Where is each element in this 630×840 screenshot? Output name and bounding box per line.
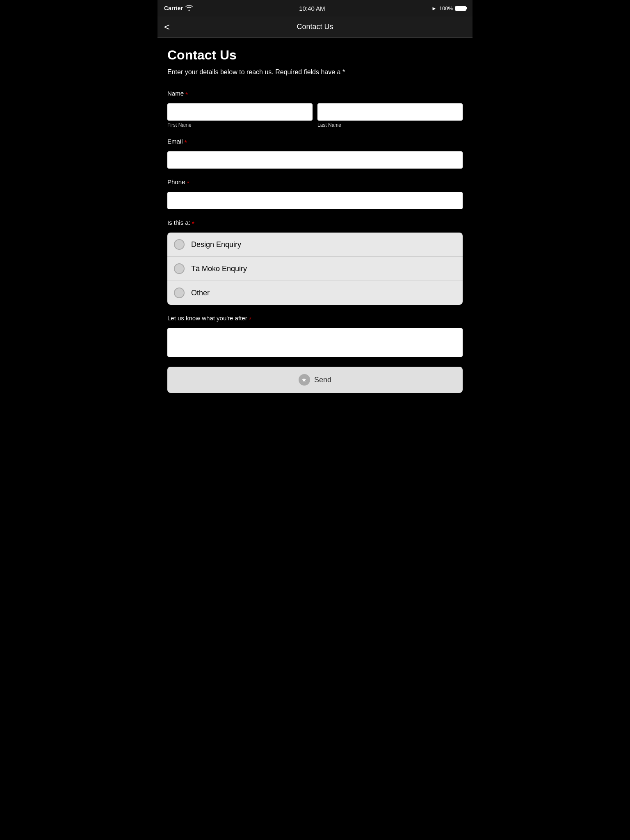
radio-group: Design Enquiry Tā Moko Enquiry Other (167, 233, 463, 305)
name-group: Name * First Name Last Name (167, 90, 463, 128)
radio-label-design: Design Enquiry (191, 240, 241, 249)
nav-title: Contact Us (297, 23, 333, 31)
radio-ta-moko-enquiry[interactable]: Tā Moko Enquiry (167, 257, 463, 281)
status-time: 10:40 AM (299, 5, 325, 12)
radio-label-ta-moko: Tā Moko Enquiry (191, 265, 247, 273)
main-content: Contact Us Enter your details below to r… (158, 38, 472, 403)
send-button[interactable]: ★ Send (167, 367, 463, 393)
phone-required-star: * (187, 180, 189, 187)
star-icon: ★ (301, 377, 307, 383)
last-name-col: Last Name (317, 103, 463, 128)
first-name-sublabel: First Name (167, 122, 313, 128)
name-label: Name (167, 90, 184, 97)
radio-circle-other (174, 288, 185, 298)
nav-bar: < Contact Us (158, 16, 472, 38)
first-name-input[interactable] (167, 103, 313, 121)
email-group: Email * (167, 138, 463, 169)
send-button-label: Send (314, 376, 331, 384)
name-required-star: * (185, 91, 188, 99)
page-title: Contact Us (167, 48, 463, 63)
battery-percent: 100% (439, 5, 453, 11)
battery-icon (455, 6, 466, 11)
last-name-sublabel: Last Name (317, 122, 463, 128)
carrier-label: Carrier (164, 5, 183, 11)
name-row: First Name Last Name (167, 103, 463, 128)
email-input[interactable] (167, 151, 463, 169)
email-label: Email (167, 138, 183, 145)
status-left: Carrier (164, 5, 193, 12)
radio-circle-design (174, 239, 185, 250)
wifi-icon (185, 5, 193, 12)
enquiry-label: Is this a: (167, 219, 190, 226)
back-button[interactable]: < (164, 21, 170, 33)
enquiry-required-star: * (192, 221, 194, 228)
phone-label: Phone (167, 178, 185, 185)
phone-group: Phone * (167, 178, 463, 209)
enquiry-group: Is this a: * Design Enquiry Tā Moko Enqu… (167, 219, 463, 305)
phone-input[interactable] (167, 192, 463, 209)
status-bar: Carrier 10:40 AM ► 100% (158, 0, 472, 16)
send-button-icon: ★ (299, 374, 310, 386)
location-icon: ► (431, 5, 437, 11)
message-label: Let us know what you're after (167, 315, 247, 322)
radio-circle-ta-moko (174, 263, 185, 274)
page-subtitle: Enter your details below to reach us. Re… (167, 68, 463, 77)
message-group: Let us know what you're after * (167, 315, 463, 357)
first-name-col: First Name (167, 103, 313, 128)
radio-design-enquiry[interactable]: Design Enquiry (167, 233, 463, 257)
status-right: ► 100% (431, 5, 466, 11)
radio-label-other: Other (191, 289, 210, 297)
email-required-star: * (185, 139, 187, 147)
message-required-star: * (249, 316, 251, 324)
last-name-input[interactable] (317, 103, 463, 121)
radio-other[interactable]: Other (167, 281, 463, 305)
message-textarea[interactable] (167, 328, 463, 357)
